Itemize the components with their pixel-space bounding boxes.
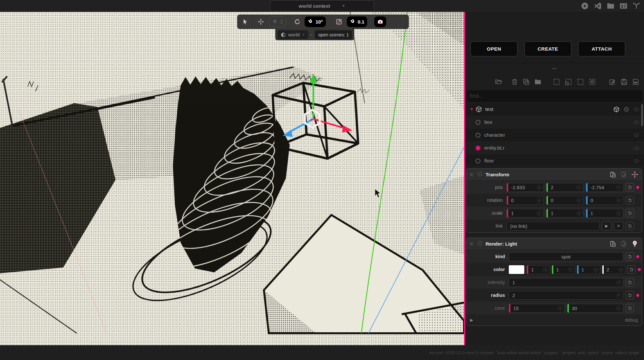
pos-z-field[interactable]: -2.754 bbox=[586, 183, 623, 192]
light-bulb-icon[interactable] bbox=[631, 240, 639, 248]
drag-knob[interactable] bbox=[537, 211, 542, 216]
open-folder-icon[interactable] bbox=[495, 78, 503, 86]
color-b-field[interactable]: 1 bbox=[577, 265, 600, 274]
open-button[interactable]: OPEN bbox=[470, 41, 518, 56]
vscode-icon[interactable] bbox=[593, 2, 602, 10]
cone-outer-field[interactable]: 30 bbox=[567, 304, 623, 313]
contact-card-icon[interactable] bbox=[619, 2, 628, 10]
select-cut-icon[interactable] bbox=[565, 78, 573, 86]
reset-button[interactable] bbox=[627, 265, 636, 274]
clipboard-copy-icon[interactable] bbox=[609, 171, 617, 178]
link-field[interactable]: (no link) bbox=[507, 222, 599, 230]
folder-icon[interactable] bbox=[534, 78, 542, 86]
drag-knob[interactable] bbox=[543, 267, 548, 272]
reset-button[interactable] bbox=[626, 278, 634, 287]
move-tool-button[interactable] bbox=[255, 16, 267, 27]
attach-button[interactable]: ATTACH bbox=[578, 41, 625, 56]
drag-knob[interactable] bbox=[619, 267, 623, 272]
color-r-field[interactable]: 1 bbox=[527, 265, 550, 274]
reset-button[interactable] bbox=[626, 304, 634, 312]
expand-right-icon[interactable]: ▶ bbox=[470, 318, 473, 322]
clipboard-copy-icon[interactable] bbox=[609, 240, 617, 248]
close-icon[interactable]: ✕ bbox=[469, 241, 477, 247]
close-circle-icon[interactable] bbox=[623, 106, 629, 112]
snap-rotate-button[interactable]: 10° bbox=[305, 16, 326, 27]
open-scenes-badge[interactable]: open scenes: 1 bbox=[315, 30, 352, 39]
drag-knob[interactable] bbox=[577, 198, 581, 203]
clipboard-edit-icon[interactable] bbox=[620, 171, 628, 178]
color-a-field[interactable]: 2 bbox=[602, 265, 625, 274]
snap-scale-button[interactable]: 0.1 bbox=[347, 16, 367, 27]
drag-knob[interactable] bbox=[558, 306, 563, 311]
kind-field[interactable]: spot bbox=[509, 252, 623, 261]
drag-knob[interactable] bbox=[616, 198, 621, 203]
reset-button[interactable] bbox=[626, 222, 634, 230]
drag-knob[interactable] bbox=[616, 306, 621, 311]
scale-z-field[interactable]: 1 bbox=[586, 209, 623, 218]
radius-field[interactable]: 2 bbox=[509, 291, 623, 300]
drag-knob[interactable] bbox=[616, 211, 621, 216]
tree-row-entity-blr[interactable]: entity.bLr bbox=[465, 141, 644, 154]
save-all-icon[interactable] bbox=[632, 78, 640, 86]
scene-canvas[interactable] bbox=[0, 12, 464, 345]
color-swatch[interactable] bbox=[509, 265, 524, 274]
edit-icon[interactable] bbox=[609, 78, 617, 86]
visibility-eye-icon[interactable] bbox=[633, 106, 639, 112]
expand-arrow-icon[interactable]: ▼ bbox=[470, 107, 476, 112]
tree-row-floor[interactable]: floor bbox=[465, 154, 644, 165]
camera-button[interactable] bbox=[374, 16, 386, 27]
folder-icon[interactable] bbox=[606, 2, 615, 10]
pos-x-field[interactable]: -2.833 bbox=[507, 183, 544, 192]
drag-knob[interactable] bbox=[577, 185, 581, 190]
visibility-eye-icon[interactable] bbox=[633, 119, 639, 125]
clipboard-edit-icon[interactable] bbox=[620, 240, 628, 248]
reset-button[interactable] bbox=[626, 291, 634, 299]
save-icon[interactable] bbox=[620, 78, 628, 86]
tree-row-test[interactable]: ▼ test bbox=[465, 103, 644, 116]
rotation-y-field[interactable]: 0 bbox=[546, 196, 583, 205]
select-tool-button[interactable] bbox=[240, 16, 252, 27]
play-icon[interactable] bbox=[580, 2, 589, 10]
drag-knob[interactable] bbox=[616, 280, 621, 285]
fork-icon[interactable] bbox=[632, 2, 641, 10]
scale-y-field[interactable]: 1 bbox=[546, 209, 583, 218]
select-inner-icon[interactable] bbox=[589, 78, 597, 86]
visibility-eye-icon[interactable] bbox=[633, 132, 639, 138]
select-rect-icon[interactable] bbox=[553, 78, 561, 86]
rotation-x-field[interactable]: 0 bbox=[507, 196, 544, 205]
snap-move-button[interactable]: 1 bbox=[269, 16, 286, 27]
select-box-icon[interactable] bbox=[577, 78, 585, 86]
more-handle[interactable]: ... bbox=[465, 65, 644, 70]
drag-knob[interactable] bbox=[616, 293, 621, 298]
duplicate-icon[interactable] bbox=[523, 78, 530, 86]
link-clear-button[interactable]: ✕ bbox=[614, 222, 623, 230]
visibility-eye-icon[interactable] bbox=[633, 145, 639, 151]
scene-switcher[interactable]: world ▼ bbox=[277, 30, 308, 39]
drag-knob[interactable] bbox=[577, 211, 581, 216]
viewport[interactable]: 1 10° 0.1 world ▼ ▸ open scenes: 1 bbox=[0, 12, 464, 345]
prefab-cube-icon[interactable] bbox=[613, 106, 619, 112]
drag-knob[interactable] bbox=[537, 185, 542, 190]
cone-inner-field[interactable]: 15 bbox=[509, 304, 565, 313]
transform-tool-icon[interactable] bbox=[631, 171, 639, 178]
intensity-field[interactable]: 1 bbox=[509, 278, 623, 287]
drag-knob[interactable] bbox=[616, 185, 621, 190]
scale-tool-button[interactable] bbox=[333, 16, 345, 27]
reset-button[interactable] bbox=[626, 183, 634, 191]
tree-scrollbar[interactable] bbox=[641, 104, 643, 126]
reset-button[interactable] bbox=[626, 252, 634, 261]
scale-x-field[interactable]: 1 bbox=[507, 209, 544, 218]
link-go-button[interactable]: ▶ bbox=[602, 222, 611, 230]
close-icon[interactable]: ✕ bbox=[469, 172, 477, 178]
rotate-tool-button[interactable] bbox=[291, 16, 303, 27]
create-button[interactable]: CREATE bbox=[524, 41, 571, 56]
trash-icon[interactable] bbox=[511, 78, 519, 86]
drag-knob[interactable] bbox=[537, 198, 542, 203]
reset-button[interactable] bbox=[626, 196, 634, 204]
reset-button[interactable] bbox=[626, 209, 634, 217]
find-input[interactable] bbox=[466, 90, 643, 102]
collapse-icon[interactable] bbox=[477, 240, 486, 247]
drag-knob[interactable] bbox=[593, 267, 598, 272]
color-g-field[interactable]: 1 bbox=[552, 265, 575, 274]
rotation-z-field[interactable]: 0 bbox=[586, 196, 623, 205]
